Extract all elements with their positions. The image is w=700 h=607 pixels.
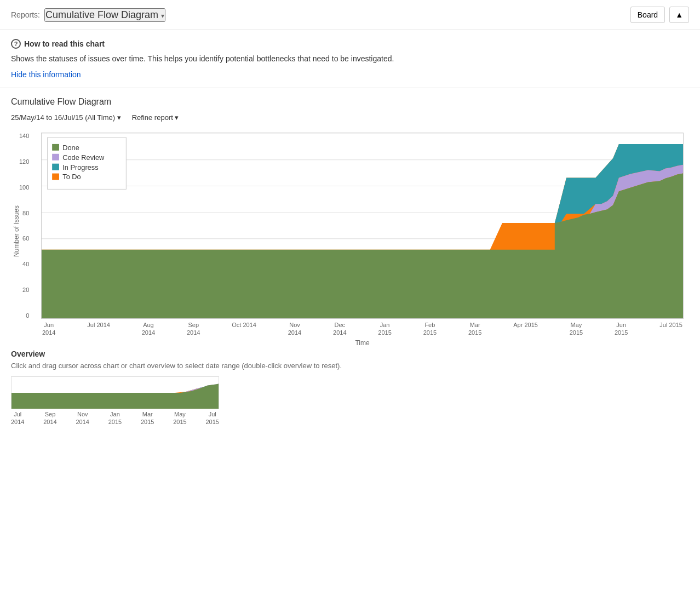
hide-link[interactable]: Hide this information [11, 70, 81, 79]
info-section: ? How to read this chart Shows the statu… [0, 30, 700, 88]
overview-title: Overview [11, 350, 689, 358]
overview-x-tick: Jan2015 [108, 410, 122, 426]
overview-x-tick: Jul2014 [11, 410, 24, 426]
overview-x-tick: Nov2014 [76, 410, 89, 426]
x-tick: Jul 2014 [87, 321, 110, 337]
overview-section: Overview Click and drag cursor across ch… [0, 350, 700, 438]
chart-title: Cumulative Flow Diagram [11, 97, 689, 107]
overview-x-tick: Mar2015 [141, 410, 154, 426]
chart-controls: 25/May/14 to 16/Jul/15 (All Time) Refine… [11, 113, 689, 122]
x-tick: Jan2015 [378, 321, 391, 337]
info-title: ? How to read this chart [11, 39, 689, 49]
x-tick: Apr 2015 [513, 321, 538, 337]
info-description: Shows the statuses of issues over time. … [11, 53, 689, 65]
chart-section: Cumulative Flow Diagram 25/May/14 to 16/… [0, 88, 700, 350]
chart-inner: 0 20 40 60 80 100 120 140 [41, 133, 684, 335]
x-tick: Mar2015 [468, 321, 481, 337]
x-tick: May2015 [570, 321, 583, 337]
header-left: Reports: Cumulative Flow Diagram ▾ [11, 8, 165, 22]
x-tick: Aug2014 [142, 321, 155, 337]
page-header: Reports: Cumulative Flow Diagram ▾ Board… [0, 0, 700, 30]
svg-text:In Progress: In Progress [62, 164, 98, 171]
chart-wrapper: Number of Issues 0 20 40 60 80 100 120 1… [11, 133, 689, 335]
x-tick-container: Jun2014 Jul 2014 Aug2014 Sep2014 Oct 201… [41, 321, 684, 337]
chart-body: 0 20 40 60 80 100 120 140 [41, 133, 684, 335]
header-right: Board ▲ [630, 7, 689, 23]
overview-x-axis: Jul2014 Sep2014 Nov2014 Jan2015 Mar2015 … [11, 409, 219, 427]
x-tick: Jul 2015 [659, 321, 682, 337]
x-tick: Jun2014 [42, 321, 55, 337]
svg-text:Code Review: Code Review [62, 154, 104, 162]
refine-report-button[interactable]: Refine report [132, 113, 179, 122]
svg-rect-13 [52, 144, 59, 151]
chart-svg[interactable]: Done Code Review In Progress To Do [41, 133, 684, 319]
svg-rect-15 [52, 154, 59, 161]
collapse-button[interactable]: ▲ [669, 7, 689, 23]
overview-x-tick: Sep2014 [43, 410, 56, 426]
svg-text:To Do: To Do [62, 174, 81, 181]
svg-marker-24 [12, 384, 219, 409]
x-tick: Sep2014 [187, 321, 200, 337]
board-button[interactable]: Board [630, 7, 665, 23]
overview-x-tick: Jul2015 [206, 410, 219, 426]
info-icon: ? [11, 39, 21, 49]
x-axis-title: Time [41, 339, 684, 347]
x-tick: Jun2015 [615, 321, 628, 337]
overview-x-tick: May2015 [173, 410, 186, 426]
report-title-dropdown[interactable]: Cumulative Flow Diagram ▾ [44, 8, 165, 22]
x-tick: Nov2014 [288, 321, 301, 337]
overview-svg[interactable] [11, 376, 219, 409]
svg-rect-19 [52, 174, 59, 180]
date-range-button[interactable]: 25/May/14 to 16/Jul/15 (All Time) [11, 113, 121, 122]
reports-label: Reports: [11, 10, 40, 19]
overview-chart[interactable]: Jul2014 Sep2014 Nov2014 Jan2015 Mar2015 … [11, 376, 219, 427]
x-tick: Dec2014 [333, 321, 346, 337]
overview-description: Click and drag cursor across chart or ch… [11, 362, 689, 370]
svg-rect-17 [52, 164, 59, 170]
x-tick: Oct 2014 [232, 321, 256, 337]
y-tick-labels: 0 20 40 60 80 100 120 140 [19, 133, 29, 319]
x-tick: Feb2015 [423, 321, 437, 337]
svg-text:Done: Done [62, 144, 79, 152]
